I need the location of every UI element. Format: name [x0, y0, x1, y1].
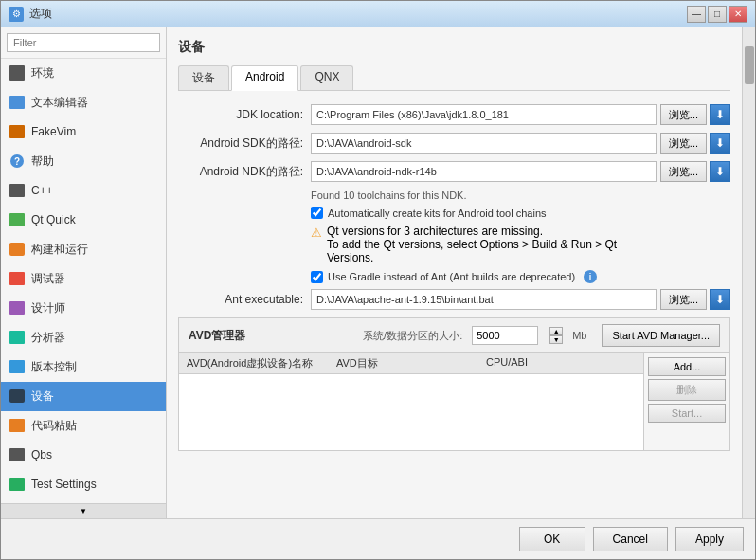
sidebar-item-qt-quick[interactable]: Qt Quick [1, 206, 166, 235]
sidebar-item-code-clip[interactable]: 代码粘贴 [1, 411, 166, 441]
android-ndk-label: Android NDK的路径: [178, 164, 311, 180]
fakevim-icon [9, 123, 26, 140]
avd-section: AVD管理器 系统/数据分区的大小: ▲ ▼ Mb Start AVD Mana… [178, 317, 730, 451]
spinner-down[interactable]: ▼ [549, 335, 563, 344]
sidebar-item-design[interactable]: 设计师 [1, 294, 166, 323]
sidebar-item-label: 设计师 [31, 300, 65, 316]
sidebar-scroll-down[interactable]: ▼ [1, 503, 166, 518]
start-avd-button[interactable]: Start AVD Manager... [602, 324, 720, 347]
maximize-button[interactable]: □ [708, 6, 727, 23]
sidebar-item-label: 文本编辑器 [31, 95, 88, 111]
jdk-label: JDK location: [178, 108, 311, 121]
android-ndk-browse-button[interactable]: 浏览... [660, 161, 707, 182]
sidebar-item-label: 环境 [31, 65, 54, 81]
sidebar-item-cpp[interactable]: C++ [1, 176, 166, 206]
content-wrapper: 设备 设备 Android QNX JDK location: 浏览... ⬇ … [167, 27, 755, 518]
avd-delete-button[interactable]: 删除 [648, 379, 726, 401]
analyze-icon [9, 329, 26, 346]
sidebar-item-help[interactable]: ? 帮助 [1, 147, 166, 176]
sidebar-item-env[interactable]: 环境 [1, 59, 166, 88]
close-button[interactable]: ✕ [729, 6, 747, 23]
avd-start-button[interactable]: Start... [648, 404, 726, 423]
sidebar-item-label: 代码粘贴 [31, 418, 77, 434]
tab-qnx[interactable]: QNX [300, 65, 353, 90]
title-bar: ⚙ 选项 — □ ✕ [1, 1, 755, 27]
android-ndk-row: Android NDK的路径: 浏览... ⬇ [178, 161, 730, 182]
sidebar-item-label: Qbs [31, 448, 52, 461]
gradle-label: Use Gradle instead of Ant (Ant builds ar… [328, 271, 575, 282]
device-icon [9, 388, 26, 405]
avd-header: AVD管理器 系统/数据分区的大小: ▲ ▼ Mb Start AVD Mana… [179, 318, 729, 353]
android-ndk-download-button[interactable]: ⬇ [710, 161, 730, 182]
auto-create-checkbox[interactable] [311, 207, 323, 219]
minimize-button[interactable]: — [687, 6, 706, 23]
avd-size-label: 系统/数据分区的大小: [363, 329, 462, 343]
ant-label: Ant executable: [178, 293, 311, 306]
sidebar-item-qbs[interactable]: Qbs [1, 441, 166, 470]
tabs-bar: 设备 Android QNX [178, 65, 730, 91]
design-icon [9, 299, 26, 316]
section-title: 设备 [178, 39, 730, 56]
scrollbar-thumb [745, 46, 754, 84]
apply-button[interactable]: Apply [675, 527, 744, 551]
avd-title: AVD管理器 [189, 328, 245, 344]
warning-line3: Versions. [327, 251, 617, 264]
gradle-checkbox[interactable] [311, 271, 323, 283]
ant-input[interactable] [311, 289, 657, 310]
android-sdk-download-button[interactable]: ⬇ [710, 133, 730, 154]
android-sdk-browse-button[interactable]: 浏览... [660, 133, 707, 154]
sidebar-item-label: 设备 [31, 388, 54, 405]
sidebar-item-text-editor[interactable]: 文本编辑器 [1, 88, 166, 117]
android-ndk-input[interactable] [311, 161, 657, 182]
ant-browse-button[interactable]: 浏览... [660, 289, 707, 310]
help-icon: ? [9, 153, 26, 170]
avd-list-body [179, 374, 643, 450]
jdk-download-button[interactable]: ⬇ [710, 104, 730, 125]
window-title: 选项 [29, 6, 52, 22]
footer: OK Cancel Apply [1, 518, 755, 559]
inner-content: 设备 设备 Android QNX JDK location: 浏览... ⬇ … [167, 27, 742, 518]
code-clip-icon [9, 417, 26, 434]
sidebar-item-fakevim[interactable]: FakeVim [1, 117, 166, 147]
avd-col-cpu: CPU/ABI [486, 356, 636, 370]
ok-button[interactable]: OK [519, 527, 585, 551]
warning-icon: ⚠ [311, 226, 322, 240]
avd-size-input[interactable] [472, 326, 538, 345]
android-sdk-input[interactable] [311, 133, 657, 154]
sidebar-item-device[interactable]: 设备 [1, 382, 166, 411]
sidebar-item-label: Test Settings [31, 478, 97, 491]
ant-row: Ant executable: 浏览... ⬇ [178, 289, 730, 310]
sidebar-item-build-run[interactable]: 构建和运行 [1, 235, 166, 264]
title-bar-left: ⚙ 选项 [9, 6, 52, 22]
jdk-input[interactable] [311, 104, 657, 125]
right-scrollbar[interactable] [742, 27, 755, 518]
avd-add-button[interactable]: Add... [648, 357, 726, 376]
android-sdk-label: Android SDK的路径: [178, 135, 311, 152]
ndk-info: Found 10 toolchains for this NDK. [311, 190, 730, 201]
tab-device[interactable]: 设备 [178, 65, 229, 90]
jdk-browse-button[interactable]: 浏览... [660, 104, 707, 125]
cancel-button[interactable]: Cancel [593, 527, 668, 551]
title-controls: — □ ✕ [687, 6, 747, 23]
tab-android[interactable]: Android [231, 65, 298, 91]
warning-text: Qt versions for 3 architectures are miss… [327, 225, 617, 264]
sidebar-item-test-settings[interactable]: Test Settings [1, 470, 166, 499]
sidebar: 环境 文本编辑器 FakeVim ? [1, 27, 167, 518]
sidebar-item-analyze[interactable]: 分析器 [1, 323, 166, 352]
avd-col-target: AVD目标 [336, 356, 486, 370]
sidebar-item-label: 构建和运行 [31, 242, 88, 258]
spinner-up[interactable]: ▲ [549, 327, 563, 335]
ant-download-button[interactable]: ⬇ [710, 289, 730, 310]
sidebar-item-debug[interactable]: 调试器 [1, 264, 166, 294]
env-icon [9, 64, 26, 81]
filter-input[interactable] [7, 33, 160, 52]
gradle-info-icon[interactable]: i [584, 270, 597, 283]
sidebar-item-version[interactable]: 版本控制 [1, 352, 166, 382]
warning-line2: To add the Qt versions, select Options >… [327, 238, 617, 251]
avd-spinner: ▲ ▼ [549, 327, 563, 344]
build-run-icon [9, 241, 26, 258]
sidebar-item-label: FakeVim [31, 125, 76, 138]
text-editor-icon [9, 94, 26, 111]
debug-icon [9, 270, 26, 287]
sidebar-item-label: Qt Quick [31, 213, 76, 226]
